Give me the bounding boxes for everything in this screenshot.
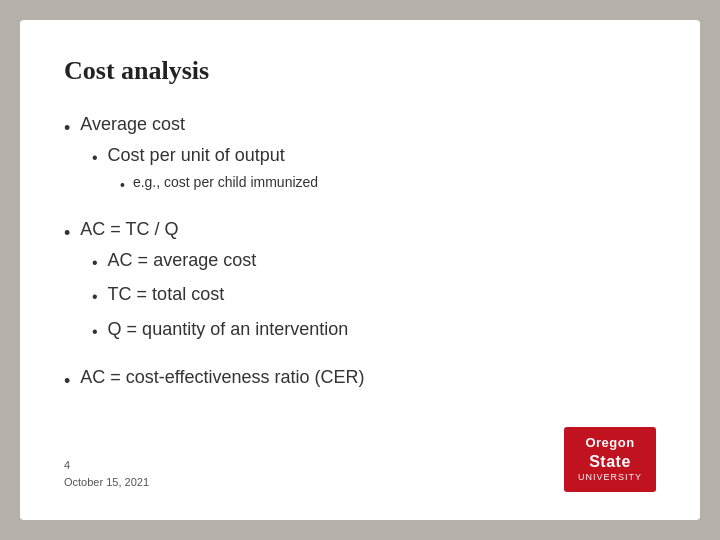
bullet-eg-cost-text: e.g., cost per child immunized [133, 174, 318, 190]
bullet-average-cost: • Average cost [64, 114, 656, 141]
bullet-ac-cer-text: AC = cost-effectiveness ratio (CER) [80, 367, 364, 388]
bullet-dot-7: • [92, 321, 98, 343]
bullet-def-tc-text: TC = total cost [108, 284, 225, 305]
slide-title: Cost analysis [64, 56, 656, 86]
bullet-def-ac-text: AC = average cost [108, 250, 257, 271]
bullet-average-cost-text: Average cost [80, 114, 185, 135]
osu-logo-line3: UNIVERSITY [578, 472, 642, 484]
page-number: 4 [64, 457, 149, 475]
bullet-def-q: • Q = quantity of an intervention [92, 319, 656, 343]
gap-2 [64, 347, 656, 367]
bullet-def-ac: • AC = average cost [92, 250, 656, 274]
bullet-dot-4: • [64, 221, 70, 246]
osu-logo-line1: Oregon [578, 435, 642, 452]
bullet-dot-5: • [92, 252, 98, 274]
slide: Cost analysis • Average cost • Cost per … [20, 20, 700, 520]
bullet-dot-6: • [92, 286, 98, 308]
bullet-def-q-text: Q = quantity of an intervention [108, 319, 349, 340]
bullet-ac-eq: • AC = TC / Q [64, 219, 656, 246]
bullet-ac-cer: • AC = cost-effectiveness ratio (CER) [64, 367, 656, 394]
bullet-ac-eq-text: AC = TC / Q [80, 219, 178, 240]
slide-footer: 4 October 15, 2021 Oregon State UNIVERSI… [64, 427, 656, 492]
bullet-dot-2: • [92, 147, 98, 169]
bullet-dot-1: • [64, 116, 70, 141]
bullet-dot-8: • [64, 369, 70, 394]
slide-content: • Average cost • Cost per unit of output… [64, 114, 656, 411]
bullet-cost-per-unit-text: Cost per unit of output [108, 145, 285, 166]
bullet-cost-per-unit: • Cost per unit of output [92, 145, 656, 169]
bullet-def-tc: • TC = total cost [92, 284, 656, 308]
bullet-dot-3: • [120, 175, 125, 196]
footer-info: 4 October 15, 2021 [64, 457, 149, 492]
footer-date: October 15, 2021 [64, 474, 149, 492]
gap-1 [64, 199, 656, 219]
osu-logo-line2: State [578, 452, 642, 473]
bullet-eg-cost: • e.g., cost per child immunized [120, 174, 656, 196]
osu-logo: Oregon State UNIVERSITY [564, 427, 656, 492]
